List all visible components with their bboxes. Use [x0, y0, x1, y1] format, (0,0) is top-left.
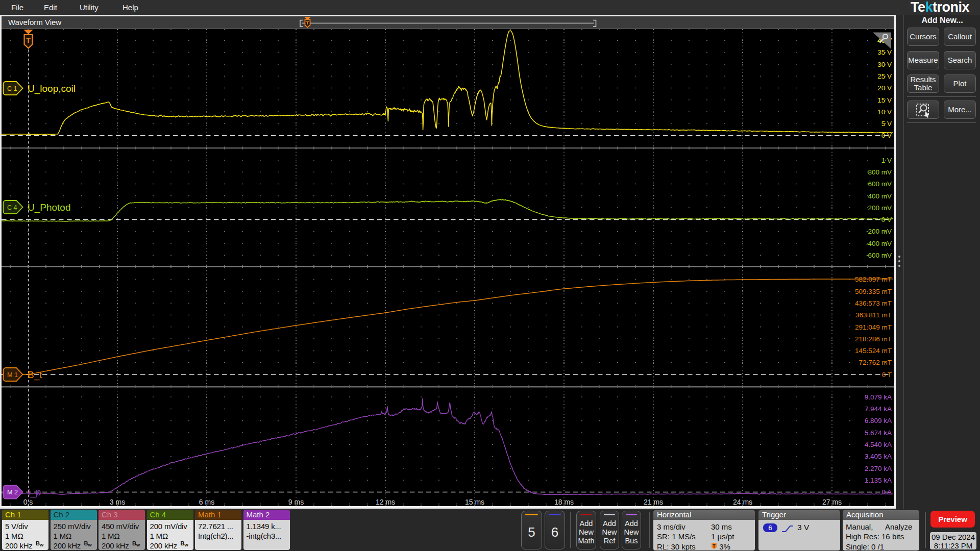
svg-text:U_Photod: U_Photod	[28, 202, 71, 213]
svg-text:0 A: 0 A	[881, 488, 892, 496]
svg-text:72.762 mT: 72.762 mT	[859, 359, 892, 366]
svg-text:145.524 mT: 145.524 mT	[855, 347, 892, 355]
svg-text:-400 mV: -400 mV	[866, 240, 892, 247]
svg-text:436.573 mT: 436.573 mT	[855, 299, 892, 307]
svg-text:4.540 kA: 4.540 kA	[865, 441, 892, 448]
svg-text:2.270 kA: 2.270 kA	[865, 465, 892, 472]
svg-text:I_p: I_p	[28, 487, 41, 498]
svg-text:18 ms: 18 ms	[554, 498, 574, 506]
svg-text:6 ms: 6 ms	[199, 498, 214, 506]
svg-text:200 mV: 200 mV	[868, 204, 892, 212]
svg-text:3.405 kA: 3.405 kA	[865, 453, 892, 460]
svg-text:10 V: 10 V	[877, 108, 892, 116]
svg-text:9 ms: 9 ms	[288, 498, 304, 506]
svg-text:0 T: 0 T	[882, 371, 892, 379]
svg-text:1.135 kA: 1.135 kA	[865, 477, 892, 484]
svg-text:35 V: 35 V	[877, 48, 892, 56]
svg-text:0 V: 0 V	[881, 216, 892, 223]
svg-text:0 V: 0 V	[881, 132, 892, 139]
svg-text:20 V: 20 V	[877, 84, 892, 92]
svg-text:27 ms: 27 ms	[822, 498, 842, 506]
svg-text:218.286 mT: 218.286 mT	[855, 335, 892, 343]
svg-text:30 V: 30 V	[877, 61, 892, 68]
svg-text:291.049 mT: 291.049 mT	[855, 323, 892, 331]
svg-text:7.944 kA: 7.944 kA	[865, 405, 892, 413]
svg-text:509.335 mT: 509.335 mT	[855, 288, 892, 295]
svg-text:M 1: M 1	[7, 371, 18, 379]
svg-text:C 1: C 1	[7, 85, 17, 92]
svg-text:0 s: 0 s	[23, 498, 33, 506]
svg-text:3 ms: 3 ms	[110, 498, 125, 506]
svg-text:582.097 mT: 582.097 mT	[855, 276, 892, 283]
svg-text:C 4: C 4	[7, 204, 17, 211]
svg-text:24 ms: 24 ms	[733, 498, 752, 506]
svg-text:25 V: 25 V	[877, 72, 892, 80]
svg-text:9.079 kA: 9.079 kA	[865, 393, 892, 401]
svg-text:T: T	[26, 36, 31, 44]
svg-text:M 2: M 2	[7, 489, 18, 496]
svg-text:6.809 kA: 6.809 kA	[865, 417, 892, 424]
svg-text:15 ms: 15 ms	[465, 498, 484, 506]
svg-text:B_t: B_t	[28, 369, 42, 381]
svg-text:600 mV: 600 mV	[868, 180, 892, 188]
svg-text:5.674 kA: 5.674 kA	[865, 429, 892, 437]
svg-text:21 ms: 21 ms	[644, 498, 663, 506]
svg-text:400 mV: 400 mV	[868, 192, 892, 200]
svg-text:-200 mV: -200 mV	[866, 228, 892, 235]
svg-text:15 V: 15 V	[877, 96, 892, 104]
svg-text:5 V: 5 V	[881, 120, 892, 128]
svg-text:T: T	[306, 20, 309, 26]
svg-text:800 mV: 800 mV	[868, 168, 892, 176]
svg-text:1 V: 1 V	[881, 157, 892, 164]
svg-text:-600 mV: -600 mV	[866, 252, 892, 259]
svg-text:363.811 mT: 363.811 mT	[855, 311, 892, 319]
svg-text:12 ms: 12 ms	[376, 498, 395, 506]
svg-text:U_loop,coil: U_loop,coil	[28, 83, 76, 94]
